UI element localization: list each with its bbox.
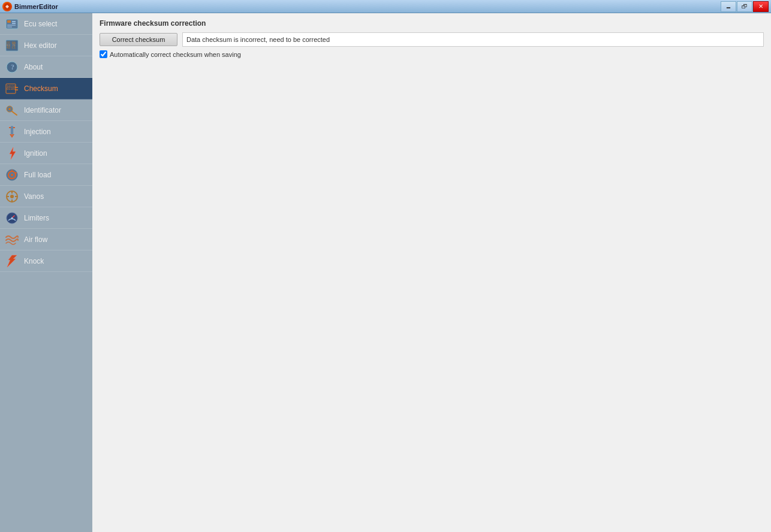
svg-text:01101: 01101: [7, 87, 16, 90]
main-layout: Ecu select FF 0A B3 7E 42 C1 Hex editor …: [0, 13, 771, 532]
checksum-row: Correct checksum Data checksum is incorr…: [100, 32, 764, 47]
title-bar-left: BimmerEditor: [2, 2, 58, 11]
sidebar-item-ignition[interactable]: Ignition: [0, 143, 92, 164]
identificator-icon: [4, 102, 20, 119]
svg-rect-22: [13, 127, 15, 128]
sidebar-label-about: About: [24, 63, 43, 71]
status-message: Data checksum is incorrect, need to be c…: [182, 32, 764, 47]
restore-button[interactable]: 🗗: [737, 1, 752, 12]
sidebar-item-about[interactable]: ? About: [0, 56, 92, 78]
sidebar-label-limiters: Limiters: [24, 214, 49, 222]
checksum-icon: 10110 01101: [4, 80, 20, 97]
sidebar-label-identificator: Identificator: [24, 106, 61, 114]
sidebar-label-air-flow: Air flow: [24, 235, 47, 244]
sidebar-label-ignition: Ignition: [24, 149, 47, 158]
hex-editor-icon: FF 0A B3 7E 42 C1: [4, 37, 20, 54]
sidebar-label-knock: Knock: [24, 257, 44, 265]
sidebar-item-hex-editor[interactable]: FF 0A B3 7E 42 C1 Hex editor: [0, 35, 92, 56]
sidebar-label-hex-editor: Hex editor: [24, 41, 57, 50]
svg-rect-2: [7, 20, 11, 23]
about-icon: ?: [4, 59, 20, 75]
injection-icon: [4, 123, 20, 140]
svg-point-18: [8, 108, 11, 110]
svg-rect-21: [9, 127, 11, 128]
svg-point-37: [11, 217, 13, 219]
sidebar-item-injection[interactable]: Injection: [0, 121, 92, 143]
app-icon: [2, 2, 12, 11]
content-area: Firmware checksum correction Correct che…: [92, 13, 771, 532]
sidebar-item-air-flow[interactable]: Air flow: [0, 229, 92, 250]
vanos-icon: [4, 188, 20, 205]
app-title: BimmerEditor: [14, 3, 58, 10]
sidebar-label-full-load: Full load: [24, 171, 51, 179]
ecu-select-icon: [4, 16, 20, 32]
svg-point-26: [11, 174, 13, 176]
knock-icon: [4, 253, 20, 270]
svg-line-17: [12, 111, 17, 115]
full-load-icon: [4, 167, 20, 183]
sidebar-item-identificator[interactable]: Identificator: [0, 99, 92, 121]
sidebar-item-limiters[interactable]: Limiters: [0, 207, 92, 229]
limiters-icon: [4, 210, 20, 226]
air-flow-icon: [4, 231, 20, 248]
correct-checksum-button[interactable]: Correct checksum: [100, 33, 177, 46]
section-title: Firmware checksum correction: [100, 19, 764, 28]
svg-point-30: [10, 195, 14, 198]
sidebar-item-vanos[interactable]: Vanos: [0, 186, 92, 207]
sidebar-item-full-load[interactable]: Full load: [0, 164, 92, 186]
sidebar-label-ecu-select: Ecu select: [24, 20, 57, 28]
auto-correct-label: Automatically correct checksum when savi…: [110, 51, 241, 58]
svg-text:?: ?: [11, 63, 14, 71]
sidebar-label-vanos: Vanos: [24, 192, 44, 201]
ignition-icon: [4, 145, 20, 162]
title-bar: BimmerEditor 🗕 🗗 ✕: [0, 0, 771, 13]
sidebar-item-ecu-select[interactable]: Ecu select: [0, 13, 92, 35]
sidebar-label-checksum: Checksum: [24, 84, 58, 93]
svg-text:42 C1: 42 C1: [7, 46, 16, 49]
auto-correct-checkbox[interactable]: [100, 50, 107, 58]
close-button[interactable]: ✕: [753, 1, 769, 12]
auto-correct-row: Automatically correct checksum when savi…: [100, 50, 764, 58]
content-panel: Firmware checksum correction Correct che…: [92, 13, 771, 64]
sidebar: Ecu select FF 0A B3 7E 42 C1 Hex editor …: [0, 13, 92, 532]
window-controls: 🗕 🗗 ✕: [721, 1, 769, 12]
minimize-button[interactable]: 🗕: [721, 1, 736, 12]
sidebar-item-checksum[interactable]: 10110 01101 Checksum: [0, 78, 92, 99]
sidebar-filler: [0, 272, 92, 532]
sidebar-item-knock[interactable]: Knock: [0, 250, 92, 272]
sidebar-label-injection: Injection: [24, 128, 51, 136]
